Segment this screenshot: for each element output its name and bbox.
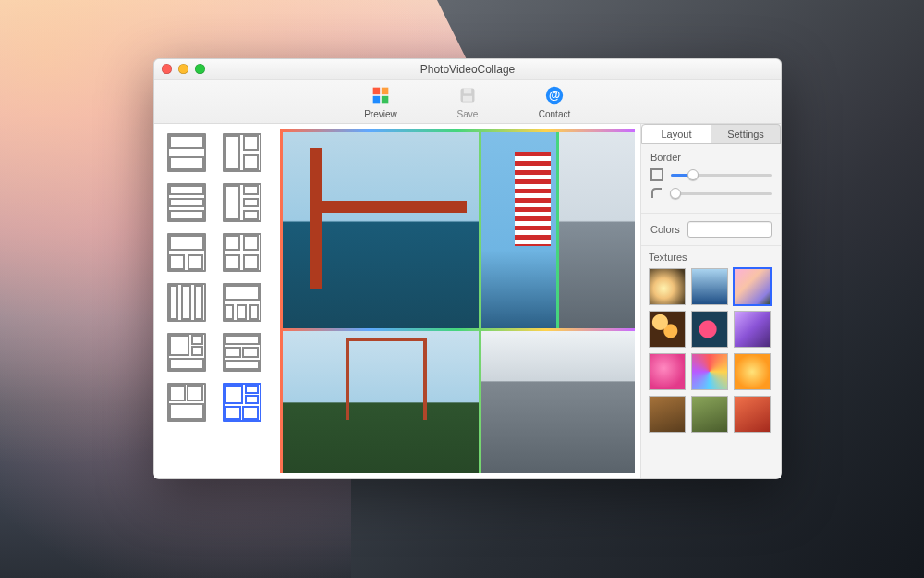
save-icon — [456, 83, 480, 107]
collage-slot-main[interactable] — [283, 132, 479, 328]
toolbar: Preview Save @ Contact — [154, 80, 781, 124]
collage — [280, 129, 635, 473]
toolbar-label: Preview — [364, 109, 397, 119]
texture-swatch[interactable] — [649, 353, 686, 390]
svg-rect-6 — [463, 96, 472, 102]
layout-template[interactable] — [223, 233, 261, 272]
layout-template[interactable] — [167, 233, 206, 272]
color-well[interactable] — [687, 221, 772, 238]
svg-rect-0 — [373, 88, 381, 95]
zoom-button[interactable] — [195, 64, 205, 74]
save-button[interactable]: Save — [443, 83, 492, 119]
contact-icon: @ — [542, 83, 566, 107]
texture-swatch[interactable] — [691, 353, 728, 390]
section-heading: Border — [650, 152, 772, 163]
texture-swatch[interactable] — [649, 268, 686, 305]
inspector-panel: Layout Settings Border Colors — [640, 124, 781, 478]
toolbar-label: Contact — [539, 109, 570, 119]
layout-template[interactable] — [223, 333, 261, 372]
layout-template[interactable] — [167, 333, 206, 372]
texture-swatch[interactable] — [734, 311, 771, 348]
svg-text:@: @ — [549, 89, 560, 102]
section-border: Border — [641, 144, 781, 214]
collage-slot[interactable] — [481, 132, 557, 328]
panel-tabs: Layout Settings — [641, 124, 781, 144]
collage-slot-bottom-right[interactable] — [481, 331, 635, 473]
collage-canvas[interactable] — [274, 124, 640, 478]
border-width-slider[interactable] — [671, 174, 772, 177]
preview-button[interactable]: Preview — [356, 83, 406, 119]
minimize-button[interactable] — [178, 64, 188, 74]
layout-template[interactable] — [223, 133, 261, 172]
section-textures: Textures — [641, 246, 781, 478]
layout-template[interactable] — [167, 383, 206, 422]
contact-button[interactable]: @ Contact — [529, 83, 579, 119]
texture-swatch[interactable] — [734, 396, 771, 433]
layout-template[interactable] — [167, 283, 206, 322]
corner-radius-slider[interactable] — [671, 192, 772, 195]
layout-template[interactable] — [167, 183, 206, 222]
window-title: PhotoVideoCollage — [420, 63, 516, 76]
texture-swatch[interactable] — [734, 268, 771, 305]
svg-rect-9 — [651, 169, 663, 180]
section-heading: Colors — [650, 224, 680, 235]
template-grid — [154, 124, 274, 478]
svg-marker-3 — [382, 96, 389, 104]
texture-swatch[interactable] — [691, 396, 728, 433]
toolbar-label: Save — [457, 109, 479, 119]
app-window: PhotoVideoCollage Preview Save @ Contact — [153, 58, 782, 479]
close-button[interactable] — [162, 64, 172, 74]
titlebar[interactable]: PhotoVideoCollage — [154, 59, 781, 80]
content-area: Layout Settings Border Colors — [154, 124, 781, 478]
texture-swatch[interactable] — [734, 353, 771, 390]
collage-slot-top-right — [481, 132, 635, 328]
texture-swatch[interactable] — [691, 311, 728, 348]
preview-icon — [369, 83, 393, 107]
svg-marker-2 — [373, 96, 381, 104]
collage-slot[interactable] — [559, 132, 635, 328]
section-heading: Textures — [649, 252, 773, 263]
collage-slot-bottom-left[interactable] — [283, 331, 479, 473]
svg-rect-1 — [382, 88, 389, 95]
texture-grid — [649, 268, 773, 433]
texture-swatch[interactable] — [691, 268, 728, 305]
texture-swatch[interactable] — [649, 396, 686, 433]
tab-layout[interactable]: Layout — [641, 124, 711, 144]
border-width-icon — [650, 168, 663, 181]
layout-template[interactable] — [223, 283, 261, 322]
svg-rect-5 — [464, 89, 471, 94]
texture-swatch[interactable] — [649, 311, 686, 348]
tab-settings[interactable]: Settings — [711, 124, 781, 144]
layout-template[interactable] — [167, 133, 206, 172]
section-colors: Colors — [641, 214, 781, 246]
window-controls — [162, 64, 205, 74]
layout-template[interactable] — [223, 383, 261, 422]
corner-radius-icon — [650, 187, 663, 200]
layout-template[interactable] — [223, 183, 261, 222]
